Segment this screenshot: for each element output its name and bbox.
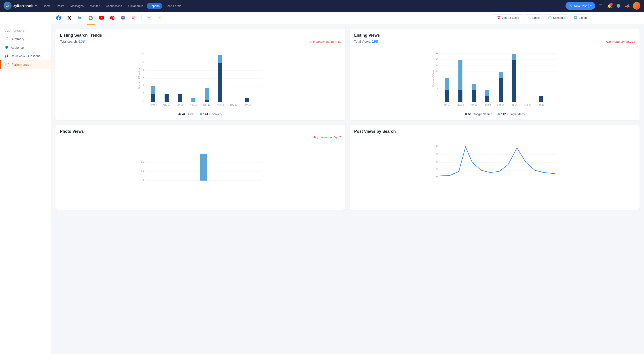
nav-messages[interactable]: Messages (68, 3, 86, 9)
svg-rect-24 (151, 94, 155, 102)
settings-button[interactable]: ⚙️ (615, 2, 622, 9)
youtube-icon[interactable] (96, 13, 106, 23)
svg-text:10: 10 (141, 60, 144, 63)
social-icons-bar: T 📅 Last 15 Days ✉️ Email 🕐 Schedule ↗️ … (0, 12, 644, 24)
listing-views-title: Listing Views (354, 33, 635, 38)
nav-home[interactable]: Home (40, 3, 54, 9)
svg-rect-80 (539, 96, 543, 102)
brand-logo[interactable]: ZT ZylkerTravels ▾ (4, 2, 37, 10)
listing-search-avg: Avg. Search per day: 11 (310, 40, 341, 43)
top-navigation: ZT ZylkerTravels ▾ Home Posts Messages M… (0, 0, 644, 12)
new-post-button[interactable]: ✏️ New Post ▾ (566, 2, 595, 9)
nav-lead-forms[interactable]: Lead Forms (163, 3, 184, 9)
charts-grid: Listing Search Trends Total search: 168 … (56, 29, 640, 210)
sidebar-item-label-audience: Audience (11, 46, 24, 49)
svg-text:6: 6 (143, 76, 144, 79)
sidebar-item-audience[interactable]: 👤 Audience (0, 43, 51, 52)
tiktok-icon[interactable] (129, 13, 139, 23)
svg-rect-65 (458, 60, 462, 90)
discovery-dot (200, 113, 202, 115)
export-button[interactable]: ↗️ Export (570, 14, 590, 21)
photo-views-card: Photo Views Avg. views per day: 7 48 52 … (56, 125, 345, 210)
export-label: Export (578, 16, 587, 19)
pen-icon: ✏️ (569, 4, 573, 7)
svg-text:Feb 06: Feb 06 (510, 104, 518, 106)
svg-text:2: 2 (437, 94, 438, 96)
svg-text:16: 16 (436, 51, 438, 54)
schedule-button[interactable]: 🕐 Schedule (545, 14, 568, 21)
photo-views-chart: 48 52 56 (60, 143, 341, 205)
svg-text:Nov 12: Nov 12 (203, 104, 210, 106)
svg-text:Nov 10: Nov 10 (190, 104, 197, 106)
svg-text:8: 8 (437, 75, 438, 78)
svg-point-5 (147, 16, 152, 20)
brand-name: ZylkerTravels (14, 4, 34, 7)
user-avatar[interactable] (633, 2, 640, 9)
sidebar-item-label-summary: Summary (11, 37, 24, 41)
svg-text:Feb 04: Feb 04 (497, 104, 504, 106)
legend-discovery: 124 Discovery (200, 112, 222, 116)
svg-rect-0 (78, 17, 79, 19)
svg-rect-88 (200, 154, 207, 181)
microsoft-teams-icon[interactable]: T (118, 13, 128, 23)
svg-rect-29 (178, 94, 182, 102)
nav-connections[interactable]: Connections (103, 3, 124, 9)
email-button[interactable]: ✉️ Email (524, 14, 543, 21)
hamburger-menu-button[interactable]: ☰ (597, 2, 604, 9)
post-views-card: Post Views by Search 73 80 87 94 101 (350, 125, 640, 210)
svg-text:14: 14 (436, 57, 438, 60)
linkedin-icon[interactable] (75, 13, 85, 23)
announcements-button[interactable]: 📣 (624, 2, 631, 9)
hootsuite-icon[interactable] (144, 13, 154, 23)
sidebar-item-performance[interactable]: 📈 Performance (0, 60, 51, 69)
sidebar-item-label-performance: Performance (12, 63, 29, 66)
svg-rect-64 (458, 90, 462, 102)
nav-posts[interactable]: Posts (54, 3, 67, 9)
nav-reports[interactable]: Reports (147, 3, 162, 9)
google-icon[interactable] (86, 13, 96, 23)
clock-icon: 🕐 (548, 16, 552, 19)
svg-text:Nov 16: Nov 16 (230, 104, 237, 106)
brand-icon: ZT (4, 2, 12, 10)
svg-text:10: 10 (436, 69, 438, 72)
sidebar: GMB REPORTS 📄 Summary 👤 Audience 📢 Revie… (0, 24, 51, 354)
svg-text:56: 56 (141, 160, 144, 163)
nav-monitor[interactable]: Monitor (87, 3, 102, 9)
svg-text:0: 0 (143, 100, 144, 102)
svg-rect-62 (445, 78, 449, 90)
listing-search-title: Listing Search Trends (60, 33, 341, 38)
pinterest-icon[interactable] (107, 13, 117, 23)
legend-google-search: 56 Google Search (465, 112, 492, 116)
svg-rect-37 (218, 55, 222, 63)
listing-views-legend: 56 Google Search 142 Google Maps (354, 112, 635, 116)
svg-text:87: 87 (436, 160, 438, 163)
facebook-icon[interactable] (54, 13, 64, 23)
svg-text:12: 12 (436, 63, 438, 66)
post-views-title: Post Views by Search (354, 129, 635, 134)
date-range-button[interactable]: 📅 Last 15 Days (494, 14, 522, 21)
schedule-label: Schedule (553, 16, 565, 19)
toolbar-actions: 📅 Last 15 Days ✉️ Email 🕐 Schedule ↗️ Ex… (494, 14, 590, 21)
button-divider (588, 3, 588, 8)
listing-views-card: Listing Views Total Views: 198 Avg. view… (350, 29, 640, 120)
calendar-icon: 📅 (497, 16, 501, 19)
audience-icon: 👤 (4, 45, 8, 50)
svg-text:Jan 27: Jan 27 (444, 104, 450, 106)
svg-text:Number of Views: Number of Views (432, 70, 435, 87)
sidebar-item-label-reviews: Reviews & Questions (11, 54, 40, 58)
sidebar-item-summary[interactable]: 📄 Summary (0, 35, 51, 43)
svg-rect-31 (192, 98, 196, 102)
summary-icon: 📄 (4, 37, 8, 41)
google-maps-dot (498, 113, 500, 115)
sidebar-item-reviews[interactable]: 📢 Reviews & Questions (0, 52, 51, 60)
svg-text:Nov 04: Nov 04 (150, 104, 157, 106)
listing-search-total: Total search: 168 (60, 39, 85, 43)
twitter-x-icon[interactable] (64, 13, 74, 23)
notifications-button[interactable]: 🔔 2 (606, 2, 613, 9)
svg-text:4: 4 (437, 88, 438, 90)
listing-views-avg: Avg. views per day: 13 (606, 40, 635, 43)
reviews-icon: 📢 (4, 54, 8, 58)
buffer-icon[interactable] (155, 13, 165, 23)
nav-collaborate[interactable]: Collaborate (126, 3, 146, 9)
main-layout: GMB REPORTS 📄 Summary 👤 Audience 📢 Revie… (0, 24, 644, 354)
